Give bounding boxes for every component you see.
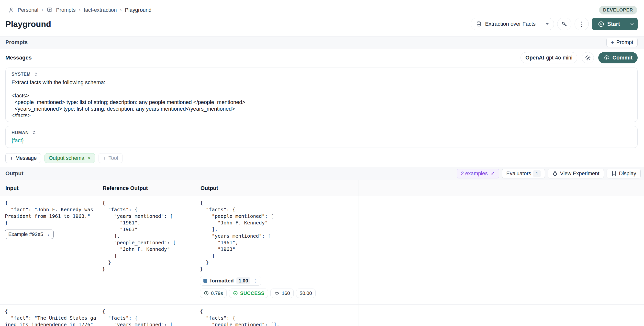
display-button[interactable]: Display [606, 169, 641, 178]
tokens-value: 160 [282, 290, 290, 296]
check-icon: ✓ [491, 170, 495, 177]
caret-down-icon [546, 23, 549, 25]
chevron-right-icon: › [79, 7, 80, 13]
page-title: Playground [6, 19, 471, 29]
developer-badge: DEVELOPER [599, 6, 637, 15]
breadcrumb-fact-extraction[interactable]: fact-extraction [84, 7, 117, 13]
add-prompt-label: Prompt [616, 39, 633, 46]
add-message-button[interactable]: + Message [6, 153, 41, 163]
token-coin-icon [274, 290, 280, 296]
breadcrumb-playground: Playground [125, 7, 152, 13]
commit-button-label: Commit [612, 55, 632, 61]
reference-output-cell: { "facts": { "years_mentioned": [ [97, 305, 195, 326]
start-button-label: Start [607, 21, 620, 28]
output-schema-label: Output schema [49, 155, 84, 161]
reference-output-json: { "facts": { "years_mentioned": [ "1961"… [102, 200, 193, 272]
model-selector[interactable]: OpenAI gpt-4o-mini [520, 52, 577, 63]
output-schema-chip[interactable]: Output schema × [44, 153, 95, 163]
database-icon [476, 21, 482, 27]
input-json: { "fact": "The United States ga ined its… [5, 308, 95, 326]
flask-icon [552, 171, 558, 176]
human-message-card: HUMAN {fact} [6, 126, 638, 148]
reference-output-cell: { "facts": { "years_mentioned": [ "1961"… [97, 196, 195, 304]
check-circle-icon [233, 290, 238, 296]
page-header: Playground Extraction over Facts ⋮ Start [0, 18, 644, 30]
view-experiment-label: View Experiment [560, 171, 600, 177]
evaluators-count-badge: 1 [533, 170, 540, 177]
chevron-right-icon: › [120, 7, 122, 13]
results-table-header: Input Reference Output Output [0, 180, 644, 196]
breadcrumb-prompts[interactable]: Prompts [56, 7, 76, 13]
prompts-section-bar: Prompts + Prompt [0, 36, 644, 49]
cost-badge: $0.00 [296, 288, 316, 298]
close-icon[interactable]: × [88, 155, 91, 162]
output-cell: { "facts": { "people_mentioned": [], [195, 305, 358, 326]
input-cell: { "fact": "John F. Kennedy was President… [0, 196, 97, 304]
breadcrumb-personal[interactable]: Personal [18, 7, 38, 13]
key-icon [561, 21, 567, 27]
column-header-empty [358, 180, 644, 196]
start-split-button: Start [592, 18, 638, 30]
cost-value: $0.00 [300, 290, 312, 296]
play-circle-icon [598, 21, 604, 28]
example-link-label: Example #92e5 [8, 231, 43, 237]
more-options-button[interactable]: ⋮ [574, 18, 589, 30]
empty-cell [358, 196, 644, 304]
api-key-button[interactable] [557, 18, 572, 30]
prompts-bubble-plus-icon [46, 7, 53, 13]
dataset-selector-label: Extraction over Facts [485, 21, 536, 27]
arrow-right-icon: → [45, 231, 50, 237]
messages-label: Messages [6, 55, 32, 61]
chevron-right-icon: › [42, 7, 43, 13]
model-settings-button[interactable] [582, 52, 594, 63]
dataset-selector[interactable]: Extraction over Facts [471, 18, 554, 30]
user-icon [8, 7, 14, 13]
model-name: gpt-4o-mini [546, 55, 572, 61]
add-prompt-button[interactable]: + Prompt [606, 38, 638, 47]
start-options-button[interactable] [626, 18, 638, 30]
role-switcher-updown-icon[interactable] [33, 72, 39, 77]
prompts-label: Prompts [6, 39, 28, 46]
table-row: { "fact": "The United States ga ined its… [0, 305, 644, 326]
gear-icon [584, 55, 591, 61]
start-button[interactable]: Start [592, 18, 626, 30]
model-provider: OpenAI [526, 55, 544, 61]
column-header-input: Input [0, 180, 97, 196]
role-switcher-updown-icon[interactable] [32, 130, 37, 135]
breadcrumb: Personal › Prompts › fact-extraction › P… [8, 7, 152, 13]
example-link-button[interactable]: Example #92e5 → [5, 230, 54, 239]
evaluators-button[interactable]: Evaluators 1 [502, 169, 545, 178]
add-tool-button[interactable]: + Tool [98, 153, 122, 163]
view-experiment-button[interactable]: View Experiment [548, 169, 604, 178]
sliders-icon [611, 171, 617, 176]
divider [36, 58, 516, 58]
human-message-editor[interactable]: {fact} [12, 137, 632, 144]
kebab-icon: ⋮ [578, 20, 585, 28]
column-header-output: Output [195, 180, 358, 196]
feedback-score: 1.00 [236, 277, 250, 284]
display-label: Display [619, 171, 636, 177]
commit-button[interactable]: Commit [598, 52, 638, 63]
reference-output-json: { "facts": { "years_mentioned": [ [102, 308, 193, 326]
human-role-row: HUMAN [12, 130, 632, 136]
human-role-label: HUMAN [12, 130, 29, 135]
add-tool-label: Tool [108, 155, 118, 161]
run-stats-row: 0.79s SUCCESS 160 $0.00 [200, 288, 356, 298]
feedback-badge[interactable]: formatted 1.00 ⋮ [200, 276, 261, 286]
kebab-icon[interactable]: ⋮ [253, 278, 258, 283]
cloud-upload-icon [604, 55, 610, 61]
table-row: { "fact": "John F. Kennedy was President… [0, 196, 644, 305]
clock-icon [204, 290, 209, 296]
input-cell: { "fact": "The United States ga ined its… [0, 305, 97, 326]
examples-button[interactable]: 2 examples ✓ [457, 169, 499, 178]
output-json: { "facts": { "people_mentioned": [ "John… [200, 200, 356, 272]
add-message-label: Message [16, 155, 37, 161]
output-label: Output [6, 170, 24, 177]
system-role-row: SYSTEM [12, 71, 632, 77]
output-cell: { "facts": { "people_mentioned": [ "John… [195, 196, 358, 304]
system-message-editor[interactable]: Extract facts with the following schema:… [12, 79, 632, 119]
output-controls: 2 examples ✓ Evaluators 1 View Experimen… [457, 169, 640, 178]
column-header-reference-output: Reference Output [97, 180, 195, 196]
examples-label: 2 examples [461, 171, 488, 177]
tokens-badge: 160 [270, 288, 294, 298]
